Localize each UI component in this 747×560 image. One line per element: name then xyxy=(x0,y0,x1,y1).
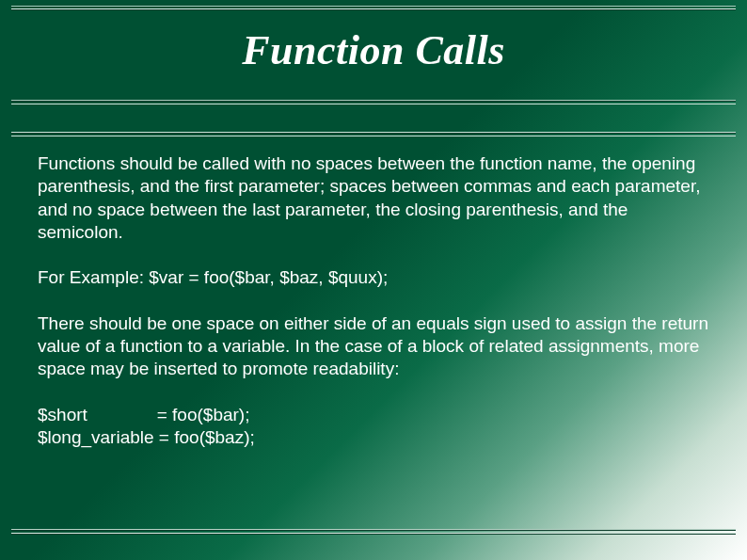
divider xyxy=(11,132,736,134)
divider xyxy=(11,529,736,531)
body-paragraph: There should be one space on either side… xyxy=(38,312,709,381)
slide-title: Function Calls xyxy=(0,26,747,74)
slide-body: Functions should be called with no space… xyxy=(38,152,709,449)
divider xyxy=(11,6,736,7)
divider xyxy=(11,8,736,10)
divider xyxy=(11,104,736,104)
body-paragraph: Functions should be called with no space… xyxy=(38,152,709,244)
slide: Function Calls Functions should be calle… xyxy=(0,0,747,560)
body-code-block: $short = foo($bar); $long_variable = foo… xyxy=(38,404,709,450)
body-example: For Example: $var = foo($bar, $baz, $quu… xyxy=(38,266,709,289)
divider xyxy=(11,100,736,102)
divider xyxy=(11,533,736,535)
divider xyxy=(11,136,736,136)
